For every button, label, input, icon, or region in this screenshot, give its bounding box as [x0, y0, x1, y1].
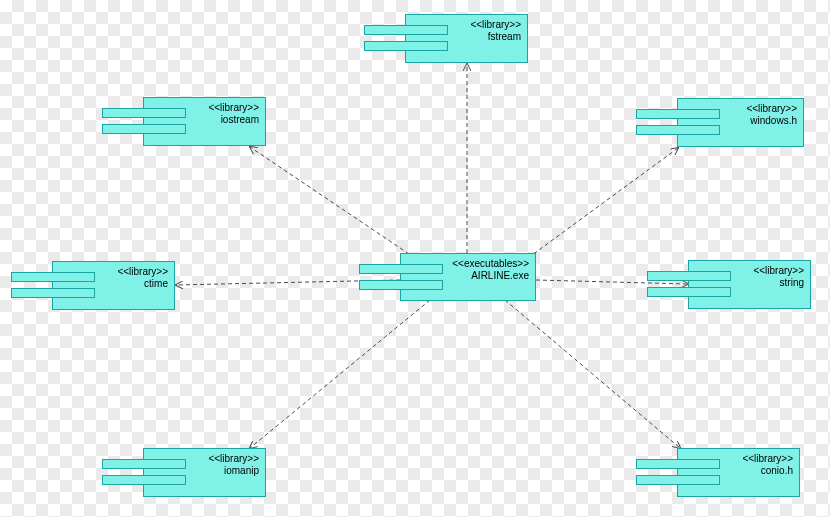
diagram-canvas: <<executables>> AIRLINE.exe <<library>> …: [0, 0, 830, 517]
component-library-iostream: <<library>> iostream: [143, 97, 266, 146]
component-name-label: ctime: [117, 278, 168, 290]
edge-to-iomanip: [250, 300, 430, 448]
edge-to-iostream: [250, 147, 415, 258]
component-library-fstream: <<library>> fstream: [405, 14, 528, 63]
edge-to-windowsh: [528, 148, 678, 258]
component-executable-airline: <<executables>> AIRLINE.exe: [400, 253, 536, 301]
stereotype-label: <<library>>: [117, 266, 168, 278]
component-library-string: <<library>> string: [688, 260, 811, 309]
stereotype-label: <<library>>: [470, 19, 521, 31]
stereotype-label: <<library>>: [742, 453, 793, 465]
stereotype-label: <<library>>: [753, 265, 804, 277]
stereotype-label: <<library>>: [208, 453, 259, 465]
stereotype-label: <<executables>>: [452, 258, 529, 270]
component-library-ctime: <<library>> ctime: [52, 261, 175, 310]
component-name-label: conio.h: [742, 465, 793, 477]
component-name-label: windows.h: [746, 115, 797, 127]
stereotype-label: <<library>>: [746, 103, 797, 115]
edge-to-conioh: [505, 300, 680, 448]
component-library-conioh: <<library>> conio.h: [677, 448, 800, 497]
component-name-label: string: [753, 277, 804, 289]
component-library-windowsh: <<library>> windows.h: [677, 98, 804, 147]
component-name-label: iostream: [208, 114, 259, 126]
stereotype-label: <<library>>: [208, 102, 259, 114]
component-name-label: iomanip: [208, 465, 259, 477]
component-name-label: fstream: [470, 31, 521, 43]
component-library-iomanip: <<library>> iomanip: [143, 448, 266, 497]
component-name-label: AIRLINE.exe: [452, 270, 529, 282]
